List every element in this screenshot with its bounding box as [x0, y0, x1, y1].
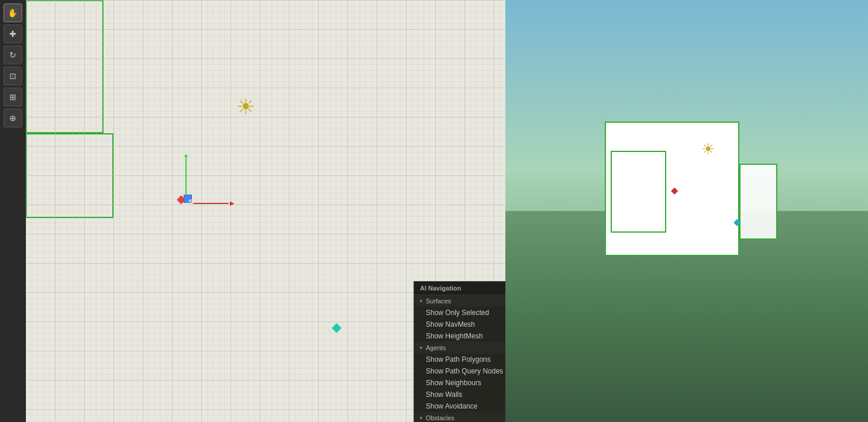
move-gizmo-handle: [184, 195, 192, 203]
menu-item-show-navmesh[interactable]: Show NavMesh ✓: [414, 319, 505, 330]
menu-section-agents[interactable]: Agents: [414, 342, 505, 354]
move-tool-button[interactable]: ✚: [4, 25, 22, 43]
show-walls-label: Show Walls: [426, 390, 462, 399]
sun-light-icon: ☀: [234, 95, 257, 119]
show-path-query-nodes-label: Show Path Query Nodes: [426, 367, 503, 375]
ai-navigation-menu: AI Navigation Surfaces Show Only Selecte…: [414, 281, 505, 422]
rotate-tool-button[interactable]: ↻: [4, 46, 22, 64]
move-gizmo-x-arrow: [192, 203, 229, 204]
viewports: ☀ ↖ ◆ AI Navigation Surfaces Sho: [26, 0, 868, 422]
vp-right-agent-icon: ◆: [671, 185, 678, 196]
globe-tool-button[interactable]: ⊕: [4, 109, 22, 127]
menu-item-show-neighbours[interactable]: Show Neighbours: [414, 377, 505, 389]
rect-select-tool-button[interactable]: ⊞: [4, 88, 22, 106]
menu-section-surfaces[interactable]: Surfaces: [414, 295, 505, 307]
obstacles-section-label: Obstacles: [426, 414, 454, 421]
menu-item-show-avoidance[interactable]: Show Avoidance: [414, 400, 505, 412]
vp-right-query-node-icon: ◆: [733, 216, 740, 227]
show-path-polygons-label: Show Path Polygons: [426, 355, 491, 364]
menu-item-show-path-query-nodes[interactable]: Show Path Query Nodes: [414, 365, 505, 377]
menu-item-show-only-selected[interactable]: Show Only Selected: [414, 307, 505, 319]
main-container: ✋ ✚ ↻ ⊡ ⊞ ⊕ ☀ ↖ ◆: [0, 0, 868, 422]
vp-right-sun-icon: ☀: [701, 140, 715, 158]
menu-section-obstacles[interactable]: Obstacles: [414, 412, 505, 422]
show-heightmesh-label: Show HeightMesh: [426, 332, 483, 340]
agents-section-label: Agents: [426, 344, 446, 351]
menu-item-show-heightmesh[interactable]: Show HeightMesh: [414, 330, 505, 342]
nav-surface-rect-2: [26, 133, 113, 218]
vp-right-inner-nav-rect: [611, 151, 666, 233]
scale-tool-button[interactable]: ⊡: [4, 67, 22, 85]
show-avoidance-label: Show Avoidance: [426, 402, 478, 410]
menu-title: AI Navigation: [414, 282, 505, 295]
viewport-right[interactable]: ☀ ◆ ◆: [505, 0, 868, 422]
toolbar: ✋ ✚ ↻ ⊡ ⊞ ⊕: [0, 0, 26, 422]
show-navmesh-label: Show NavMesh: [426, 320, 475, 328]
show-neighbours-label: Show Neighbours: [426, 379, 481, 387]
show-only-selected-label: Show Only Selected: [426, 309, 489, 317]
menu-item-show-walls[interactable]: Show Walls: [414, 389, 505, 400]
hand-tool-button[interactable]: ✋: [4, 4, 22, 22]
viewport-left[interactable]: ☀ ↖ ◆ AI Navigation Surfaces Sho: [26, 0, 505, 422]
move-gizmo-y-arrow: [185, 158, 187, 194]
surfaces-section-label: Surfaces: [426, 298, 451, 305]
nav-surface-rect-1: [26, 0, 104, 133]
vp-right-second-nav-rect: [739, 164, 777, 240]
nav-query-node-icon: ◆: [330, 320, 343, 333]
menu-item-show-path-polygons[interactable]: Show Path Polygons ✓: [414, 354, 505, 365]
